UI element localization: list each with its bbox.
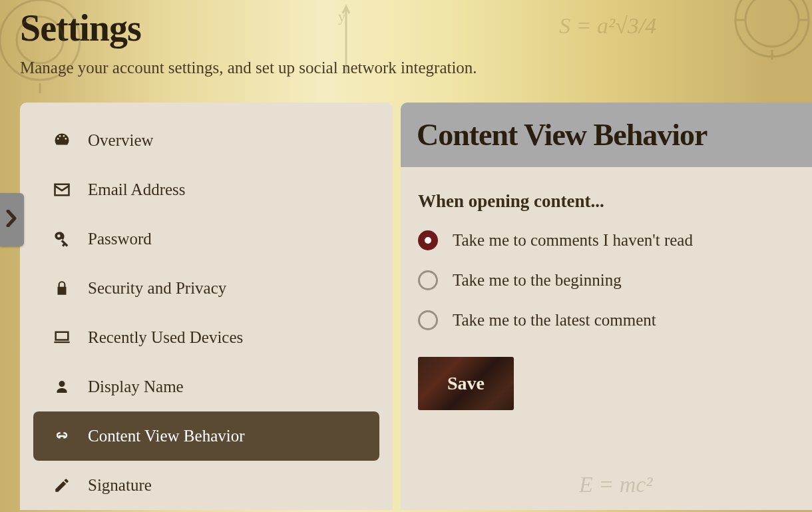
- sidebar-item-email[interactable]: Email Address: [33, 165, 379, 214]
- radio-indicator: [418, 270, 438, 290]
- page-subtitle: Manage your account settings, and set up…: [20, 59, 792, 77]
- chevron-right-icon: [6, 210, 18, 230]
- sidebar-item-label: Content View Behavior: [88, 427, 245, 445]
- sidebar-item-overview[interactable]: Overview: [33, 116, 379, 165]
- sidebar-item-label: Email Address: [88, 180, 186, 199]
- settings-sidebar: Overview Email Address Password Security…: [20, 103, 393, 510]
- save-button[interactable]: Save: [418, 357, 514, 410]
- sidebar-item-password[interactable]: Password: [33, 214, 379, 264]
- user-icon: [52, 377, 72, 397]
- key-icon: [52, 229, 72, 249]
- lock-icon: [52, 278, 72, 298]
- sidebar-item-devices[interactable]: Recently Used Devices: [33, 313, 379, 362]
- sidebar-item-content-view[interactable]: Content View Behavior: [33, 411, 379, 461]
- sidebar-item-label: Display Name: [88, 378, 184, 396]
- sidebar-expand-tab[interactable]: [0, 193, 24, 246]
- laptop-icon: [52, 328, 72, 348]
- sidebar-item-signature[interactable]: Signature: [33, 461, 379, 510]
- page-title: Settings: [20, 7, 792, 49]
- page-header: Settings Manage your account settings, a…: [0, 0, 812, 91]
- radio-indicator: [418, 230, 438, 250]
- radio-option-beginning[interactable]: Take me to the beginning: [418, 270, 795, 290]
- radio-label: Take me to the beginning: [453, 271, 622, 290]
- main-panel: Content View Behavior When opening conte…: [401, 103, 812, 510]
- sidebar-item-label: Signature: [88, 476, 152, 495]
- link-icon: [52, 426, 72, 446]
- sidebar-item-label: Password: [88, 230, 152, 248]
- radio-label: Take me to the latest comment: [453, 311, 656, 330]
- radio-option-unread[interactable]: Take me to comments I haven't read: [418, 230, 795, 250]
- dashboard-icon: [52, 130, 72, 150]
- sidebar-item-display-name[interactable]: Display Name: [33, 362, 379, 411]
- envelope-icon: [52, 180, 72, 200]
- section-label: When opening content...: [418, 191, 795, 212]
- radio-option-latest[interactable]: Take me to the latest comment: [418, 310, 795, 330]
- sidebar-item-label: Recently Used Devices: [88, 328, 243, 347]
- sidebar-item-label: Overview: [88, 131, 154, 150]
- main-panel-header: Content View Behavior: [401, 103, 812, 167]
- main-panel-title: Content View Behavior: [417, 117, 796, 152]
- sidebar-item-label: Security and Privacy: [88, 279, 226, 298]
- sidebar-item-security[interactable]: Security and Privacy: [33, 264, 379, 313]
- radio-indicator: [418, 310, 438, 330]
- pencil-icon: [52, 475, 72, 495]
- radio-label: Take me to comments I haven't read: [453, 231, 693, 250]
